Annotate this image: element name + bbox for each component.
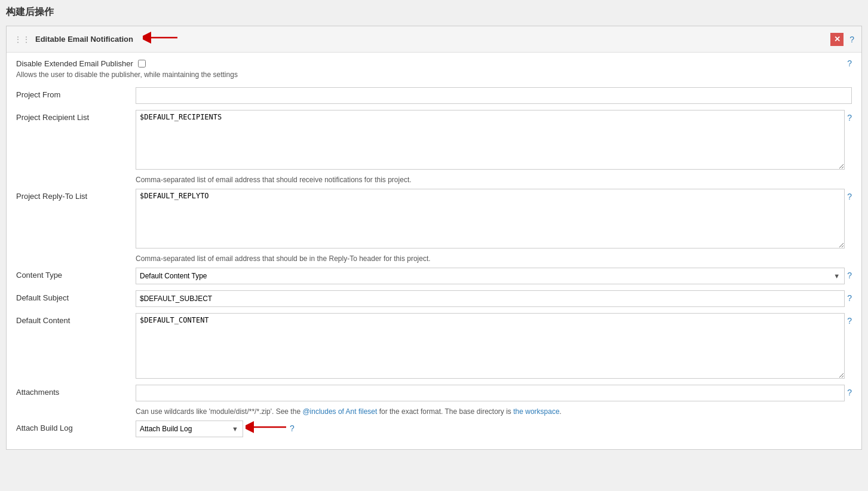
content-type-select-wrap: Default Content Type HTML Plain Text Bot… [136, 268, 852, 284]
attachments-input[interactable] [136, 385, 845, 401]
ant-fileset-link[interactable]: @includes of Ant fileset [302, 407, 377, 416]
attachments-hint: Can use wildcards like 'module/dist/**/*… [16, 407, 852, 416]
project-replyto-textarea[interactable]: $DEFAULT_REPLYTO [136, 189, 845, 248]
content-type-label: Content Type [16, 268, 136, 280]
attachments-input-wrap: ? [136, 385, 852, 401]
attach-build-log-row: Attach Build Log Attach Build Log Don't … [16, 421, 852, 437]
attach-build-log-label: Attach Build Log [16, 421, 136, 432]
content-type-row: Content Type Default Content Type HTML P… [16, 268, 852, 284]
disable-publisher-row: Disable Extended Email Publisher ? [16, 59, 852, 68]
default-subject-control: ? [136, 290, 852, 307]
attachments-help[interactable]: ? [847, 385, 852, 397]
project-from-label: Project From [16, 87, 136, 99]
disable-publisher-hint: Allows the user to disable the publisher… [16, 70, 852, 79]
default-content-help[interactable]: ? [847, 313, 852, 326]
recipient-hint: Comma-separated list of email address th… [16, 176, 852, 184]
workspace-link[interactable]: the workspace [513, 407, 559, 416]
content-type-select-container: Default Content Type HTML Plain Text Bot… [136, 268, 845, 284]
section-title: Editable Email Notification [35, 35, 133, 44]
project-from-row: Project From [16, 87, 852, 104]
default-content-textarea[interactable]: $DEFAULT_CONTENT [136, 313, 845, 379]
attachments-row: Attachments ? [16, 385, 852, 401]
form-body: Disable Extended Email Publisher ? Allow… [7, 53, 861, 449]
content-type-help[interactable]: ? [847, 268, 852, 280]
project-recipient-control: $DEFAULT_RECIPIENTS ? [136, 110, 852, 170]
attach-build-log-help[interactable]: ? [290, 421, 295, 433]
header-help-icon[interactable]: ? [849, 35, 854, 44]
section-card: ⋮⋮ Editable Email Notification ✕ [6, 26, 862, 450]
page-container: 构建后操作 ⋮⋮ Editable Email Notification [0, 0, 868, 491]
disable-publisher-checkbox[interactable] [138, 60, 146, 67]
disable-publisher-help[interactable]: ? [847, 59, 852, 68]
section-header: ⋮⋮ Editable Email Notification ✕ [7, 26, 861, 53]
default-content-control: $DEFAULT_CONTENT ? [136, 313, 852, 379]
disable-publisher-label: Disable Extended Email Publisher [16, 59, 133, 68]
attach-build-log-select-wrap: Attach Build Log Don't Attach Build Log … [136, 421, 852, 437]
project-from-control [136, 87, 852, 104]
attach-build-log-select[interactable]: Attach Build Log Don't Attach Build Log … [136, 421, 243, 437]
project-recipient-textarea[interactable]: $DEFAULT_RECIPIENTS [136, 110, 845, 170]
attach-build-log-select-container: Attach Build Log Don't Attach Build Log … [136, 421, 243, 437]
attachments-label: Attachments [16, 385, 136, 397]
attachments-control: ? [136, 385, 852, 401]
default-content-input-wrap: $DEFAULT_CONTENT ? [136, 313, 852, 379]
red-arrow-dropdown [246, 421, 287, 435]
attachments-hint-mid: for the exact format. The base directory… [377, 407, 513, 416]
project-replyto-row: Project Reply-To List $DEFAULT_REPLYTO ? [16, 189, 852, 248]
project-from-input[interactable] [136, 87, 852, 104]
project-replyto-help[interactable]: ? [847, 189, 852, 201]
project-recipient-help[interactable]: ? [847, 110, 852, 122]
attach-build-log-control: Attach Build Log Don't Attach Build Log … [136, 421, 852, 437]
default-subject-input[interactable] [136, 290, 845, 307]
project-recipient-label: Project Recipient List [16, 110, 136, 122]
replyto-hint: Comma-separated list of email address th… [16, 254, 852, 263]
project-replyto-label: Project Reply-To List [16, 189, 136, 201]
project-recipient-row: Project Recipient List $DEFAULT_RECIPIEN… [16, 110, 852, 170]
project-replyto-input-wrap: $DEFAULT_REPLYTO ? [136, 189, 852, 248]
page-title: 构建后操作 [6, 6, 862, 19]
default-content-label: Default Content [16, 313, 136, 325]
default-subject-help[interactable]: ? [847, 290, 852, 303]
default-subject-label: Default Subject [16, 290, 136, 302]
default-content-row: Default Content $DEFAULT_CONTENT ? [16, 313, 852, 379]
drag-icon: ⋮⋮ [14, 35, 30, 44]
default-subject-row: Default Subject ? [16, 290, 852, 307]
project-replyto-control: $DEFAULT_REPLYTO ? [136, 189, 852, 248]
attachments-hint-end: . [560, 407, 562, 416]
close-button[interactable]: ✕ [830, 33, 844, 46]
project-from-input-wrap [136, 87, 852, 104]
section-header-left: ⋮⋮ Editable Email Notification [14, 31, 179, 47]
content-type-select[interactable]: Default Content Type HTML Plain Text Bot… [136, 268, 845, 284]
project-recipient-input-wrap: $DEFAULT_RECIPIENTS ? [136, 110, 852, 170]
default-subject-input-wrap: ? [136, 290, 852, 307]
content-type-control: Default Content Type HTML Plain Text Bot… [136, 268, 852, 284]
attachments-hint-pre: Can use wildcards like 'module/dist/**/*… [136, 407, 302, 416]
red-arrow-title [143, 31, 179, 47]
